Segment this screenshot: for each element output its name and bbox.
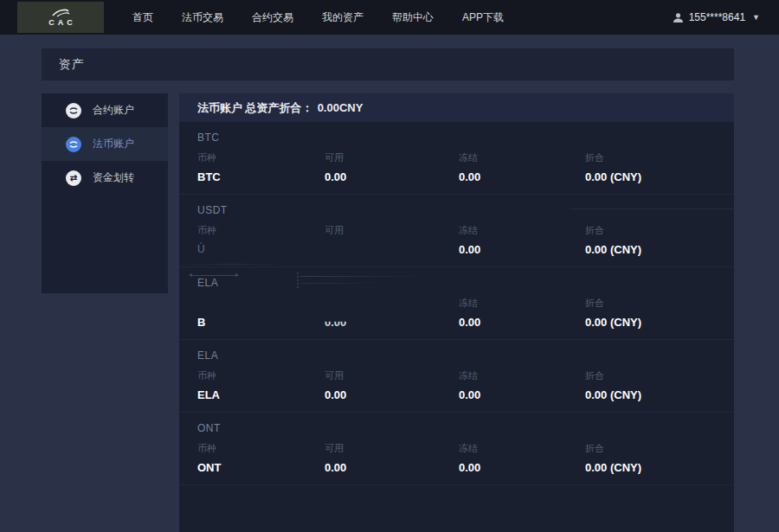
nav-item-help-center[interactable]: 帮助中心 xyxy=(392,10,434,25)
caret-down-icon: ▼ xyxy=(752,13,760,22)
nav-item-app-download[interactable]: APP下载 xyxy=(462,10,504,25)
nav-item-home[interactable]: 首页 xyxy=(132,10,153,25)
account-menu[interactable]: 155****8641 ▼ xyxy=(673,11,760,23)
cell-available: 0.00 xyxy=(325,388,459,401)
col-currency: 币种 xyxy=(197,370,325,381)
assets-sidebar: 合约账户 法币账户 ⇄ 资金划转 xyxy=(42,93,168,293)
cell-currency: BTC xyxy=(197,170,325,183)
col-frozen: 冻结 xyxy=(459,152,585,163)
col-converted: 折合 xyxy=(585,370,716,381)
asset-section-ela-glitch: ELA 冻结 折合 B 0.00 0.00 0.00 (CNY) xyxy=(179,267,734,340)
table-row: Ù 0.00 0.00 (CNY) xyxy=(197,243,716,256)
sidebar-item-contract-account[interactable]: 合约账户 xyxy=(42,93,168,127)
cell-converted: 0.00 (CNY) xyxy=(585,316,716,329)
cell-frozen: 0.00 xyxy=(459,316,585,329)
render-artifact xyxy=(179,264,283,265)
col-converted: 折合 xyxy=(585,443,716,453)
cell-frozen: 0.00 xyxy=(459,461,585,474)
nav-item-my-assets[interactable]: 我的资产 xyxy=(322,10,364,25)
asset-section-ont: ONT 币种 可用 冻结 折合 ONT 0.00 0.00 0.00 (CNY) xyxy=(179,413,734,485)
section-title: ELA xyxy=(197,278,716,289)
cell-converted: 0.00 (CNY) xyxy=(585,461,716,474)
logo-swirl-icon xyxy=(50,9,71,17)
table-header-row: 币种 可用 冻结 折合 xyxy=(197,443,716,453)
table-row: BTC 0.00 0.00 0.00 (CNY) xyxy=(197,170,716,183)
sidebar-item-fund-transfer[interactable]: ⇄ 资金划转 xyxy=(42,161,168,195)
table-header-row: 冻结 折合 xyxy=(197,298,716,308)
contract-account-icon xyxy=(66,103,81,119)
page-content: 资产 合约账户 法币账户 xyxy=(0,35,779,532)
col-frozen: 冻结 xyxy=(459,443,585,453)
cell-currency: ELA xyxy=(197,388,325,401)
sidebar-item-fiat-account[interactable]: 法币账户 xyxy=(42,127,168,161)
account-label: 155****8641 xyxy=(689,11,745,23)
cell-currency-partial: Ù xyxy=(197,243,325,256)
fund-transfer-icon: ⇄ xyxy=(66,170,81,186)
sidebar-item-label: 合约账户 xyxy=(93,103,134,118)
asset-section-ela: ELA 币种 可用 冻结 折合 ELA 0.00 0.00 0.00 (CNY) xyxy=(179,340,734,413)
total-assets-summary: 法币账户 总资产折合： 0.00CNY xyxy=(179,93,734,122)
cell-available-clipped: 0.00 xyxy=(325,316,459,329)
nav-menu: 首页 法币交易 合约交易 我的资产 帮助中心 APP下载 xyxy=(132,10,504,25)
table-row: B 0.00 0.00 0.00 (CNY) xyxy=(197,316,716,329)
asset-section-usdt: USDT 币种 可用 冻结 折合 Ù 0.00 0.00 (CNY) xyxy=(179,195,734,267)
col-frozen: 冻结 xyxy=(459,225,585,235)
page-title-bar: 资产 xyxy=(42,48,734,80)
col-available: 可用 xyxy=(325,152,459,163)
col-currency: 币种 xyxy=(197,225,325,235)
table-header-row: 币种 可用 冻结 折合 xyxy=(197,225,716,235)
col-available: 可用 xyxy=(325,443,459,453)
logo-text: CAC xyxy=(48,18,76,27)
cell-available: 0.00 xyxy=(325,461,459,474)
col-converted: 折合 xyxy=(585,225,716,235)
col-currency: 币种 xyxy=(197,152,325,163)
top-navbar: CAC 首页 法币交易 合约交易 我的资产 帮助中心 APP下载 155****… xyxy=(0,0,779,35)
col-converted: 折合 xyxy=(585,152,716,163)
section-title: BTC xyxy=(197,132,716,144)
section-title: USDT xyxy=(197,205,716,216)
section-title: ONT xyxy=(197,423,716,434)
fiat-account-panel: 法币账户 总资产折合： 0.00CNY BTC 币种 可用 冻结 折合 BTC … xyxy=(179,93,734,532)
render-artifact xyxy=(300,276,430,277)
table-row: ELA 0.00 0.00 0.00 (CNY) xyxy=(197,388,716,401)
page-title: 资产 xyxy=(59,57,85,73)
col-available: 可用 xyxy=(325,225,459,235)
sidebar-item-label: 资金划转 xyxy=(93,170,134,185)
sidebar-item-label: 法币账户 xyxy=(93,137,134,151)
cell-frozen: 0.00 xyxy=(459,388,585,401)
user-icon xyxy=(673,12,684,23)
table-header-row: 币种 可用 冻结 折合 xyxy=(197,152,716,163)
nav-item-contract-trade[interactable]: 合约交易 xyxy=(252,10,293,25)
asset-section-btc: BTC 币种 可用 冻结 折合 BTC 0.00 0.00 0.00 (CNY) xyxy=(179,122,734,195)
nav-item-fiat-trade[interactable]: 法币交易 xyxy=(182,10,223,25)
logo[interactable]: CAC xyxy=(17,2,104,33)
render-artifact-arrow xyxy=(191,275,236,276)
cell-converted: 0.00 (CNY) xyxy=(585,388,716,401)
section-title: ELA xyxy=(197,350,716,362)
cell-converted: 0.00 (CNY) xyxy=(585,170,716,183)
col-frozen: 冻结 xyxy=(459,370,585,381)
table-header-row: 币种 可用 冻结 折合 xyxy=(197,370,716,381)
col-converted: 折合 xyxy=(585,298,716,308)
summary-prefix: 法币账户 总资产折合： xyxy=(197,100,313,116)
col-available: 可用 xyxy=(325,370,459,381)
cell-frozen: 0.00 xyxy=(459,170,585,183)
col-currency: 币种 xyxy=(197,443,325,453)
table-row: ONT 0.00 0.00 0.00 (CNY) xyxy=(197,461,716,474)
cell-converted: 0.00 (CNY) xyxy=(585,243,716,256)
cell-available: 0.00 xyxy=(325,170,459,183)
cell-frozen: 0.00 xyxy=(459,243,585,256)
col-frozen: 冻结 xyxy=(459,298,585,308)
fiat-account-icon xyxy=(66,137,81,152)
cell-currency-partial: B xyxy=(197,316,325,329)
cell-currency: ONT xyxy=(197,461,325,474)
total-assets-value: 0.00CNY xyxy=(318,101,364,114)
